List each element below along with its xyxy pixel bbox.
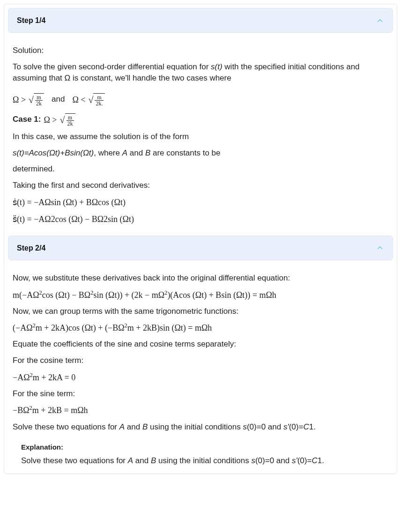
t: using the initial conditions — [156, 456, 251, 465]
for-sine: For the sine term: — [13, 388, 388, 400]
solution-label: Solution: — [13, 45, 388, 57]
t: m(−AΩ — [13, 290, 39, 300]
taking-derivatives: Taking the first and second derivatives: — [13, 180, 388, 192]
var-a: A — [122, 148, 127, 157]
t: Solve these two equations for — [13, 422, 119, 431]
t: (0)=0 and — [255, 456, 292, 465]
t: (0)=0 and — [247, 422, 283, 431]
omega-gt: Ω > — [13, 94, 26, 106]
step1-header[interactable]: Step 1/4 — [8, 8, 393, 33]
frac-num: m — [67, 115, 73, 121]
var-a: A — [119, 422, 125, 431]
var-b: B — [151, 456, 156, 465]
t: m + 2kA)cos (Ωt) + (−BΩ — [36, 323, 125, 332]
solution-container: Step 1/4 Solution: To solve the given se… — [4, 4, 397, 474]
frac-num: m — [96, 95, 102, 101]
sine-equation: −BΩ2m + 2kB = mΩh — [13, 404, 388, 416]
t: (−AΩ — [13, 323, 33, 332]
chevron-up-icon — [376, 244, 384, 252]
t: m + 2kA = 0 — [33, 373, 75, 382]
explanation-block: Explanation: Solve these two equations f… — [4, 439, 397, 469]
and-text: and — [52, 94, 65, 105]
t: and — [133, 456, 151, 465]
v: s — [251, 456, 255, 465]
var-b: B — [142, 422, 148, 431]
chevron-up-icon — [376, 16, 384, 25]
step2-header[interactable]: Step 2/4 — [8, 236, 393, 260]
second-derivative: s̈(t) = −AΩ2cos (Ωt) − BΩ2sin (Ωt) — [13, 213, 388, 225]
v: s' — [283, 422, 289, 431]
eq-text: s(t)=Acos(Ωt)+Bsin(Ωt) — [13, 148, 94, 157]
step2-content: Now, we substitute these derivatives bac… — [4, 264, 397, 439]
t: 1. — [318, 456, 324, 465]
explanation-label: Explanation: — [21, 442, 388, 452]
assume-text: In this case, we assume the solution is … — [13, 131, 388, 143]
solve-instruction: Solve these two equations for A and B us… — [13, 421, 388, 433]
v: C — [303, 422, 309, 431]
t: cos (Ωt) − BΩ — [42, 290, 90, 300]
t: and — [125, 422, 142, 431]
t: 1. — [309, 422, 316, 431]
frac-num: m — [36, 95, 42, 101]
omega-gt: Ω > — [44, 114, 57, 126]
t: sin (Ωt)) + (2k − mΩ — [94, 290, 165, 300]
grouped-equation: (−AΩ2m + 2kA)cos (Ωt) + (−BΩ2m + 2kB)sin… — [13, 322, 388, 334]
determined-text: determined. — [13, 163, 388, 175]
var-st: s(t) — [211, 62, 223, 71]
frac-den: 2k — [67, 120, 74, 127]
text: are constants to be — [150, 148, 220, 157]
step1-content: Solution: To solve the given second-orde… — [4, 37, 397, 232]
frac-den: 2k. — [95, 100, 104, 107]
v: s — [243, 422, 247, 431]
v: C — [312, 456, 317, 465]
case1-label: Case 1: — [13, 114, 41, 126]
var-a: A — [128, 456, 133, 465]
equate-text: Equate the coefficients of the sine and … — [13, 339, 388, 350]
for-cosine: For the cosine term: — [13, 355, 388, 367]
case1-line: Case 1: Ω > √ m2k — [13, 113, 388, 126]
t: using the initial conditions — [148, 422, 243, 431]
substitute-text: Now, we substitute these derivatives bac… — [13, 273, 388, 284]
t: −AΩ — [13, 373, 30, 382]
sqrt-icon: √ m2k. — [88, 93, 105, 106]
omega-lt: Ω < — [72, 94, 85, 106]
group-text: Now, we can group terms with the same tr… — [13, 306, 388, 318]
frac-den: 2k — [35, 100, 43, 107]
t: (0)= — [297, 456, 312, 465]
explanation-text: Solve these two equations for A and B us… — [21, 455, 388, 467]
t: −BΩ — [13, 406, 30, 415]
t: Solve these two equations for — [21, 456, 128, 465]
first-derivative: ṡ(t) = −AΩsin (Ωt) + BΩcos (Ωt) — [13, 196, 388, 208]
sqrt-icon: √ m2k — [29, 93, 44, 106]
step1-title: Step 1/4 — [17, 15, 45, 26]
sqrt-icon: √ m2k — [60, 113, 75, 126]
cosine-equation: −AΩ2m + 2kA = 0 — [13, 371, 388, 384]
t: )(Acos (Ωt) + Bsin (Ωt)) = mΩh — [167, 290, 276, 300]
step2-title: Step 2/4 — [17, 243, 45, 253]
t: m + 2kB = mΩh — [32, 406, 88, 415]
t: (0)= — [289, 422, 304, 431]
form-equation: s(t)=Acos(Ωt)+Bsin(Ωt), where A and B ar… — [13, 148, 388, 159]
var-b: B — [145, 148, 150, 157]
text: and — [127, 148, 145, 157]
intro-paragraph: To solve the given second-order differen… — [13, 61, 388, 84]
text: To solve the given second-order differen… — [13, 62, 211, 71]
substituted-equation: m(−AΩ2cos (Ωt) − BΩ2sin (Ωt)) + (2k − mΩ… — [13, 289, 388, 301]
text: , where — [94, 148, 122, 157]
conditions: Ω > √ m2k and Ω < √ m2k. — [13, 93, 388, 106]
v: s' — [292, 456, 297, 465]
t: m + 2kB)sin (Ωt) = mΩh — [127, 323, 212, 332]
